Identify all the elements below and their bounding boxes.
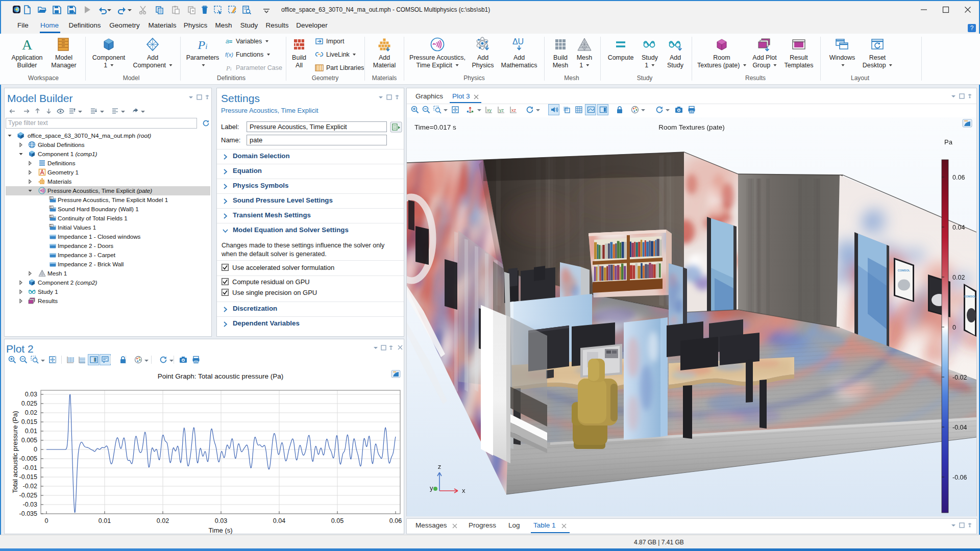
svg-text:0.04: 0.04 (952, 224, 965, 231)
svg-text:0.06: 0.06 (952, 174, 965, 181)
svg-text:Time (s): Time (s) (208, 527, 232, 534)
svg-text:0.01: 0.01 (99, 517, 111, 524)
svg-text:Time=0.017 s: Time=0.017 s (414, 123, 456, 131)
svg-text:0.03: 0.03 (25, 391, 37, 398)
svg-text:0: 0 (45, 517, 48, 524)
svg-text:0: 0 (952, 324, 956, 331)
svg-text:f(x): f(x) (225, 52, 233, 58)
svg-text:-0.06: -0.06 (952, 474, 967, 481)
svg-text:-0.01: -0.01 (23, 464, 38, 471)
svg-text:-0.035: -0.035 (19, 510, 37, 517)
svg-text:0.025: 0.025 (21, 400, 37, 407)
svg-text:D: D (50, 224, 52, 227)
svg-text:Pa: Pa (944, 138, 953, 146)
svg-text:A: A (22, 37, 33, 52)
svg-text:yz: yz (499, 108, 504, 113)
svg-text:ΔU: ΔU (512, 37, 524, 46)
svg-text:D: D (50, 215, 52, 218)
svg-text:Pi: Pi (226, 64, 232, 72)
svg-text:COMSOL: COMSOL (964, 295, 976, 298)
svg-text:0.03: 0.03 (215, 517, 227, 524)
svg-text:y: y (430, 484, 433, 492)
svg-text:-0.02: -0.02 (952, 374, 967, 381)
svg-text:a: a (226, 38, 229, 45)
svg-text:xz: xz (511, 108, 517, 113)
svg-text:0.02: 0.02 (25, 409, 37, 416)
svg-text:0: 0 (34, 446, 37, 453)
svg-text:D: D (50, 196, 52, 199)
svg-text:Room Textures (pate): Room Textures (pate) (658, 123, 725, 131)
svg-text:Point Graph: Total acoustic pr: Point Graph: Total acoustic pressure (Pa… (158, 372, 284, 380)
svg-text:-0.005: -0.005 (19, 455, 37, 462)
svg-text:0.005: 0.005 (21, 437, 37, 444)
svg-text:0.02: 0.02 (952, 274, 965, 281)
svg-text:0.05: 0.05 (331, 517, 344, 524)
svg-text:0.06: 0.06 (389, 517, 402, 524)
svg-text:-0.04: -0.04 (952, 424, 967, 431)
svg-text:0.01: 0.01 (25, 428, 37, 435)
svg-text:z: z (438, 463, 442, 470)
svg-text:Pi: Pi (198, 38, 208, 52)
svg-text:0.04: 0.04 (273, 517, 285, 524)
svg-text:0.015: 0.015 (21, 418, 37, 425)
svg-text:x: x (462, 487, 465, 494)
svg-text:-0.02: -0.02 (23, 483, 38, 490)
svg-text:-0.03: -0.03 (23, 501, 38, 508)
svg-text:-0.025: -0.025 (19, 492, 37, 499)
svg-text:0.02: 0.02 (157, 517, 169, 524)
svg-text:-0.015: -0.015 (19, 473, 37, 481)
svg-text:D: D (50, 206, 52, 209)
svg-text:xy: xy (487, 108, 492, 113)
svg-text:COMSOL: COMSOL (898, 269, 911, 272)
svg-text:Total acoustic pressure (Pa): Total acoustic pressure (Pa) (11, 411, 19, 493)
